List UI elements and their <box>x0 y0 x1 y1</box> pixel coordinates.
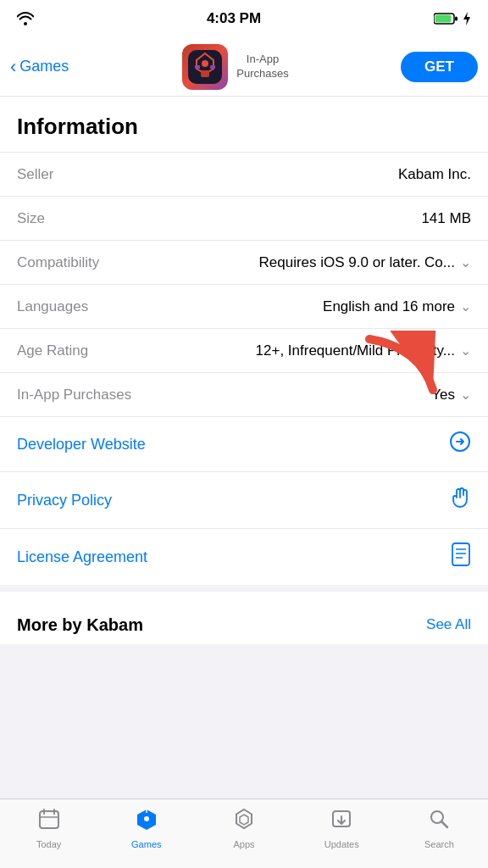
more-by-kabam-title: More by Kabam <box>17 615 143 635</box>
chevron-left-icon: ‹ <box>10 58 16 76</box>
svg-marker-22 <box>240 815 248 825</box>
seller-value: Kabam Inc. <box>398 166 471 183</box>
chevron-down-icon-lang: ⌄ <box>460 298 471 314</box>
inapp-purchases-label: In-App Purchases <box>17 387 131 403</box>
games-label: Games <box>131 839 161 849</box>
tab-updates[interactable]: Updates <box>293 808 391 849</box>
search-icon <box>428 808 450 836</box>
updates-label: Updates <box>324 839 359 849</box>
privacy-policy-label: Privacy Policy <box>17 492 112 509</box>
compatibility-value: Requires iOS 9.0 or later. Co... ⌄ <box>259 254 472 271</box>
info-row-compatibility[interactable]: Compatibility Requires iOS 9.0 or later.… <box>0 240 488 284</box>
tab-bar: Today Games Apps Updates <box>0 798 488 868</box>
tab-apps[interactable]: Apps <box>195 808 292 849</box>
svg-rect-7 <box>195 65 200 69</box>
compatibility-label: Compatibility <box>17 254 99 271</box>
today-icon <box>38 808 60 836</box>
document-icon <box>451 542 471 571</box>
inapp-purchases-value: Yes ⌄ <box>431 387 471 403</box>
see-all-link[interactable]: See All <box>426 616 471 633</box>
content-area: Information Seller Kabam Inc. Size 141 M… <box>0 97 488 644</box>
app-icon-graphic <box>188 50 222 84</box>
status-time: 4:03 PM <box>34 10 434 27</box>
tab-today[interactable]: Today <box>0 808 97 849</box>
nav-bar: ‹ Games In-App Purchases GET <box>0 37 488 97</box>
search-label: Search <box>424 839 454 849</box>
svg-rect-6 <box>201 70 209 77</box>
svg-rect-8 <box>210 65 215 69</box>
size-value: 141 MB <box>421 210 471 227</box>
in-app-label: In-App Purchases <box>236 53 288 81</box>
tab-bar-spacer <box>0 644 488 714</box>
information-title: Information <box>0 97 488 152</box>
tab-search[interactable]: Search <box>391 808 488 849</box>
info-row-languages[interactable]: Languages English and 16 more ⌄ <box>0 284 488 328</box>
app-icon <box>182 44 228 90</box>
wifi-icon <box>17 12 34 25</box>
svg-rect-15 <box>40 811 58 828</box>
developer-website-label: Developer Website <box>17 436 146 453</box>
chevron-down-icon-age: ⌄ <box>460 342 471 359</box>
info-row-size: Size 141 MB <box>0 196 488 240</box>
more-by-kabam-section: More by Kabam See All <box>0 585 488 644</box>
apps-icon <box>233 808 255 836</box>
back-label: Games <box>19 58 69 75</box>
info-row-age-rating[interactable]: Age Rating 12+, Infrequent/Mild Profanit… <box>0 328 488 372</box>
chevron-down-icon: ⌄ <box>460 254 471 270</box>
svg-rect-2 <box>455 17 458 21</box>
license-agreement-row[interactable]: License Agreement <box>0 528 488 585</box>
charging-icon <box>463 12 471 25</box>
languages-value: English and 16 more ⌄ <box>323 298 471 315</box>
games-icon <box>136 808 158 836</box>
hand-icon <box>451 486 471 515</box>
developer-website-row[interactable]: Developer Website <box>0 416 488 471</box>
today-label: Today <box>36 839 61 849</box>
svg-rect-11 <box>452 543 469 565</box>
nav-center: In-App Purchases <box>86 44 385 90</box>
svg-line-25 <box>441 821 447 827</box>
battery-icon <box>434 13 458 25</box>
license-agreement-label: License Agreement <box>17 548 147 566</box>
svg-rect-1 <box>435 15 452 23</box>
status-left <box>17 12 34 25</box>
status-right <box>434 12 471 25</box>
tab-games[interactable]: Games <box>97 808 195 849</box>
updates-icon <box>330 808 352 836</box>
apps-label: Apps <box>233 839 254 849</box>
languages-label: Languages <box>17 298 88 315</box>
age-rating-value: 12+, Infrequent/Mild Profanity... ⌄ <box>256 342 471 359</box>
seller-label: Seller <box>17 166 53 183</box>
age-rating-label: Age Rating <box>17 342 88 359</box>
nav-right: GET <box>385 52 478 82</box>
size-label: Size <box>17 210 45 227</box>
info-row-seller: Seller Kabam Inc. <box>0 152 488 196</box>
status-bar: 4:03 PM <box>0 0 488 37</box>
get-button[interactable]: GET <box>401 52 478 82</box>
info-row-inapp-purchases[interactable]: In-App Purchases Yes ⌄ <box>0 372 488 416</box>
svg-point-19 <box>144 816 149 821</box>
back-button[interactable]: ‹ Games <box>10 58 86 76</box>
external-link-icon <box>449 431 471 458</box>
svg-point-5 <box>202 60 208 67</box>
chevron-down-icon-inapp: ⌄ <box>460 387 471 403</box>
privacy-policy-row[interactable]: Privacy Policy <box>0 471 488 528</box>
